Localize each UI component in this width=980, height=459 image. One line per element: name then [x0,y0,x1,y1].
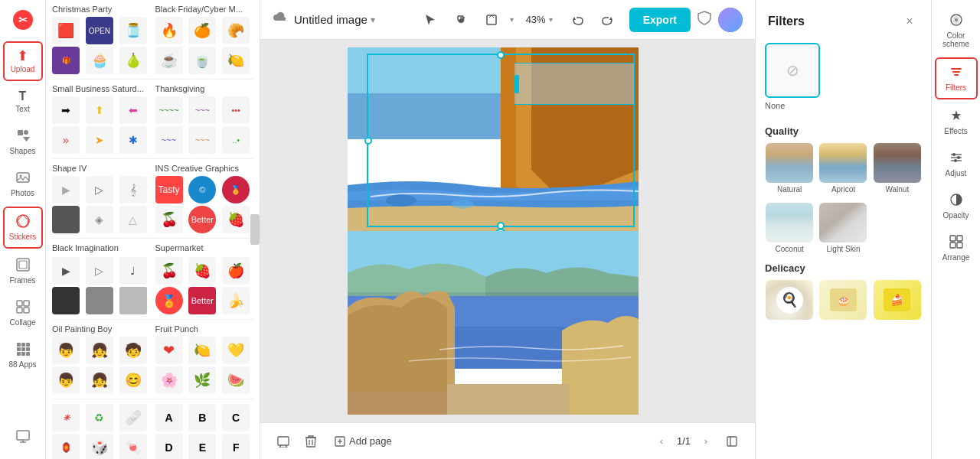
sticker-item[interactable]: ☕ [155,47,183,74]
sticker-item[interactable]: 🍐 [119,47,147,74]
sticker-item[interactable]: 🎁 [52,47,80,74]
filter-del3[interactable]: 🍰 [873,280,922,320]
sticker-item[interactable]: ~~~ [188,96,216,124]
sticker-item[interactable]: Better [188,287,216,314]
image-selection-overlay[interactable]: ↻ [348,47,639,231]
sticker-item[interactable]: 👧 [86,366,113,394]
sticker-item[interactable]: 🍓 [188,257,216,285]
frame-tool-btn[interactable] [479,8,504,32]
handle-top[interactable] [497,51,505,59]
sticker-item[interactable]: 🍉 [222,366,250,394]
expand-view-btn[interactable] [721,431,743,452]
crop-left-handle[interactable] [514,75,519,93]
sticker-item[interactable]: » [52,126,80,154]
sidebar-item-photos[interactable]: Photos [3,164,43,203]
sticker-item[interactable]: 🍵 [188,47,216,74]
sticker-item[interactable]: ~~~~ [155,96,183,124]
sidebar-item-bottom[interactable] [3,423,43,451]
canvas-image-bottom[interactable] [348,231,639,415]
canvas-frame[interactable]: ↻ [348,47,639,415]
sticker-item[interactable]: ▶ [52,176,80,203]
sticker-item[interactable]: E [188,434,216,459]
sticker-item[interactable]: Tasty [155,176,183,203]
sticker-item[interactable]: ✳ [52,404,80,431]
sidebar-item-stickers[interactable]: Stickers [3,207,43,249]
select-tool-btn[interactable] [418,8,443,32]
sticker-item[interactable]: 🏮 [52,434,80,459]
sticker-item[interactable]: OPEN [86,17,113,44]
sticker-item[interactable]: 🍊 [188,17,216,44]
sticker-item[interactable]: B [188,404,216,431]
sticker-item[interactable]: 🍒 [155,257,183,285]
redo-btn[interactable] [596,8,620,32]
sticker-item[interactable]: © [188,176,216,203]
right-tool-opacity[interactable]: Opacity [935,187,978,226]
sticker-item[interactable]: ➡ [52,96,80,124]
export-button[interactable]: Export [629,8,691,32]
sticker-item[interactable]: 🟥 [52,17,80,44]
sticker-item[interactable]: ♩ [119,257,147,285]
app-logo[interactable]: ✂ [9,6,37,34]
sidebar-item-text[interactable]: T Text [3,84,43,119]
handle-left[interactable] [364,137,372,145]
crop-overlay[interactable] [514,63,635,105]
cloud-save-icon[interactable] [273,11,288,28]
sticker-item[interactable]: 🔥 [155,17,183,44]
sidebar-item-apps[interactable]: 88 Apps [3,336,43,375]
sticker-item[interactable]: ▶ [52,257,80,285]
sticker-item[interactable]: 🍬 [119,434,147,459]
zoom-control[interactable]: 43% ▾ [520,11,559,28]
sticker-item[interactable]: 🥐 [222,17,250,44]
close-filters-btn[interactable]: × [900,12,919,31]
sticker-item[interactable]: 🧁 [86,47,113,74]
delete-page-btn[interactable] [300,431,322,452]
sticker-item[interactable]: 🍎 [222,257,250,285]
sidebar-item-frames[interactable]: Frames [3,252,43,291]
sticker-item[interactable]: ◈ [86,206,113,233]
filter-none-btn[interactable]: ⊘ [765,43,820,98]
sticker-item[interactable]: 🍓 [222,206,250,233]
right-tool-adjust[interactable]: Adjust [935,145,978,184]
sticker-item[interactable]: C [222,404,250,431]
sticker-item[interactable]: 👦 [52,337,80,364]
prev-page-btn[interactable]: ‹ [652,432,671,451]
sticker-item[interactable]: Better [188,206,216,233]
sticker-item[interactable]: ▷ [86,257,113,285]
sticker-item[interactable]: 👦 [52,366,80,394]
sticker-item[interactable]: 🏅 [222,176,250,203]
sticker-item[interactable]: 🎲 [86,434,113,459]
canvas-image-top[interactable]: ↻ [348,47,639,231]
sticker-item[interactable]: D [155,434,183,459]
sticker-item[interactable]: ••• [222,96,250,124]
right-tool-arrange[interactable]: Arrange [935,229,978,268]
sticker-item[interactable]: ..• [222,126,250,154]
undo-btn[interactable] [565,8,590,32]
sticker-item[interactable]: 🍒 [155,206,183,233]
sticker-item[interactable] [86,287,113,314]
sticker-item[interactable]: 🌿 [188,366,216,394]
filter-lightskin[interactable]: Light Skin [818,203,867,253]
sticker-item[interactable]: ⬆ [86,96,113,124]
sidebar-item-upload[interactable]: ⬆ Upload [3,41,43,81]
save-to-device-btn[interactable] [273,431,294,452]
sticker-item[interactable] [52,206,80,233]
filter-walnut[interactable]: Walnut [873,143,922,194]
user-avatar[interactable] [718,8,743,32]
sticker-item[interactable]: 😊 [119,366,147,394]
hand-tool-btn[interactable] [449,8,473,32]
sticker-item[interactable]: 🩹 [119,404,147,431]
sticker-item[interactable]: ▷ [86,176,113,203]
sticker-item[interactable]: ♻ [86,404,113,431]
right-tool-effects[interactable]: Effects [935,103,978,142]
add-page-btn[interactable]: Add page [328,432,398,451]
sticker-item[interactable]: △ [119,206,147,233]
sidebar-item-shapes[interactable]: Shapes [3,122,43,161]
sidebar-item-collage[interactable]: Collage [3,294,43,333]
sticker-item[interactable]: 🧒 [119,337,147,364]
filter-apricot[interactable]: Apricot [818,143,867,194]
sticker-item[interactable]: 🍋 [188,337,216,364]
document-title-area[interactable]: Untitled image ▾ [294,13,375,26]
sticker-item[interactable]: 💛 [222,337,250,364]
sticker-item[interactable]: ~~~ [188,126,216,154]
next-page-btn[interactable]: › [697,432,715,451]
